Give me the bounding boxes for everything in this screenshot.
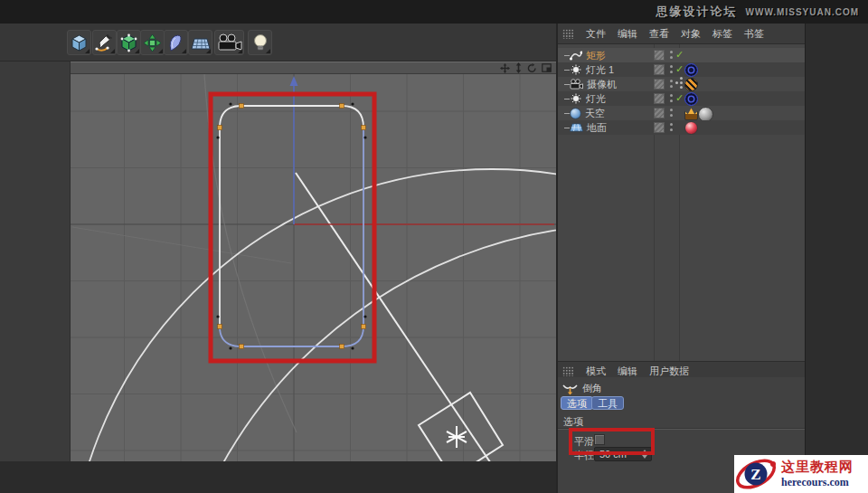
attr-menu-edit[interactable]: 编辑 (618, 365, 637, 378)
flyout-triangle (135, 49, 139, 53)
object-row-light[interactable]: 灯光 ✓ (558, 91, 805, 106)
bottom-strip (0, 461, 556, 493)
generator-button[interactable] (140, 30, 165, 55)
maximize-icon[interactable] (542, 63, 552, 72)
light-object-icon (570, 93, 582, 105)
enabled-check-icon[interactable]: ✓ (675, 63, 684, 75)
right-panel: 文件 编辑 查看 对象 标签 书签 矩形 ✓ 灯光 1 ✓ (556, 24, 805, 493)
object-label[interactable]: 摄像机 (587, 78, 617, 91)
large-circle-spline-2 (165, 224, 556, 461)
object-label[interactable]: 灯光 (586, 92, 606, 106)
site-url: WWW.MISSYUAN.COM (746, 7, 859, 17)
om-menu-edit[interactable]: 编辑 (618, 27, 637, 41)
camera-active-icon[interactable] (680, 81, 683, 84)
left-dock-strip (0, 62, 71, 461)
compositing-tag-icon[interactable] (684, 107, 698, 120)
visibility-dots[interactable] (669, 109, 673, 118)
visibility-dots[interactable] (669, 123, 673, 132)
camera-button[interactable] (214, 30, 244, 55)
layer-color-toggle[interactable] (654, 93, 665, 104)
large-circle-spline-1 (71, 169, 556, 461)
attr-menu-userdata[interactable]: 用户数据 (649, 365, 689, 378)
enabled-check-icon[interactable]: ✓ (675, 49, 684, 61)
tangent-handles[interactable] (216, 102, 366, 349)
camera-object-icon (570, 79, 583, 90)
object-label[interactable]: 矩形 (586, 49, 606, 62)
pan-icon[interactable] (500, 63, 510, 73)
straight-line-spline (296, 173, 513, 461)
enabled-check-icon[interactable]: ✓ (675, 92, 684, 104)
panel-grip-icon[interactable] (562, 29, 574, 39)
layer-color-toggle[interactable] (654, 122, 665, 133)
flyout-triangle (182, 49, 186, 53)
visibility-dots[interactable] (669, 94, 673, 103)
object-row-light1[interactable]: 灯光 1 ✓ (558, 62, 805, 77)
tab-tool[interactable]: 工具 (591, 396, 624, 410)
spline-object-icon (570, 50, 582, 62)
logo-z-icon: Z (734, 455, 779, 493)
deformer-button[interactable] (164, 30, 188, 55)
logo-title: 这里教程网 (781, 460, 854, 474)
visibility-dots[interactable] (669, 65, 673, 74)
rotated-square-spline (419, 393, 503, 461)
object-label[interactable]: 天空 (585, 107, 605, 120)
light-button[interactable] (248, 30, 272, 55)
flyout-triangle (110, 49, 115, 53)
annotation-rect-radius (569, 428, 655, 455)
y-axis-arrow (290, 76, 298, 86)
logo-letter: Z (750, 466, 760, 483)
om-menu-objects[interactable]: 对象 (681, 27, 701, 41)
visibility-dots[interactable] (669, 51, 673, 60)
light-target-tag-icon[interactable] (684, 63, 698, 77)
floor-object-icon (570, 122, 583, 133)
protection-tag-icon[interactable] (684, 78, 698, 91)
top-banner: 思缘设计论坛 WWW.MISSYUAN.COM (0, 0, 868, 24)
object-row-rectangle[interactable]: 矩形 ✓ (558, 48, 805, 62)
editable-cube-button[interactable] (117, 30, 141, 55)
zoom-icon[interactable] (514, 62, 523, 73)
light-target-tag-icon[interactable] (684, 92, 698, 106)
object-label[interactable]: 地面 (587, 121, 607, 135)
viewport-canvas[interactable] (71, 74, 556, 461)
cinema4d-window: 思缘设计论坛 WWW.MISSYUAN.COM (0, 0, 868, 493)
rotate-icon[interactable] (527, 63, 537, 73)
om-menu-view[interactable]: 查看 (649, 27, 669, 41)
flyout-triangle (238, 49, 242, 53)
main-toolbar (0, 24, 556, 62)
chamfer-tool-icon (562, 383, 578, 395)
layer-color-toggle[interactable] (654, 79, 665, 90)
object-row-sky[interactable]: 天空 (558, 106, 805, 120)
om-menu-tags[interactable]: 标签 (712, 27, 732, 41)
om-menu-bookmarks[interactable]: 书签 (744, 27, 764, 41)
options-section-title: 选项 (563, 415, 583, 429)
far-right-strip (805, 24, 868, 493)
object-label[interactable]: 灯光 1 (586, 63, 614, 77)
layer-color-toggle[interactable] (654, 108, 665, 119)
object-row-floor[interactable]: 地面 (558, 120, 805, 135)
panel-grip-icon[interactable] (562, 366, 574, 376)
spline-pen-button[interactable] (92, 30, 117, 55)
flyout-triangle (266, 49, 270, 53)
rectangle-spline[interactable] (220, 106, 363, 346)
spline-points[interactable] (218, 104, 366, 349)
object-row-camera[interactable]: 摄像机 (558, 77, 805, 91)
watermark-logo: Z 这里教程网 herecours.com (734, 455, 868, 493)
flyout-triangle (85, 49, 90, 53)
object-manager-menubar: 文件 编辑 查看 对象 标签 书签 (558, 24, 805, 44)
light-object-icon (570, 64, 582, 76)
active-tool-row: 倒角 (562, 382, 602, 395)
background-splines (71, 74, 556, 461)
om-menu-file[interactable]: 文件 (586, 27, 606, 41)
site-name: 思缘设计论坛 (656, 4, 738, 20)
cube-primitive-button[interactable] (67, 30, 91, 55)
tab-options[interactable]: 选项 (561, 396, 593, 410)
layer-color-toggle[interactable] (654, 50, 665, 61)
attr-menu-mode[interactable]: 模式 (586, 365, 606, 378)
visibility-dots[interactable] (669, 80, 673, 89)
material-tag-icon[interactable] (684, 121, 698, 135)
tool-name: 倒角 (582, 382, 602, 395)
sky-object-icon (570, 108, 581, 119)
grid (71, 74, 556, 461)
environment-floor-button[interactable] (188, 30, 212, 55)
layer-color-toggle[interactable] (654, 64, 665, 75)
